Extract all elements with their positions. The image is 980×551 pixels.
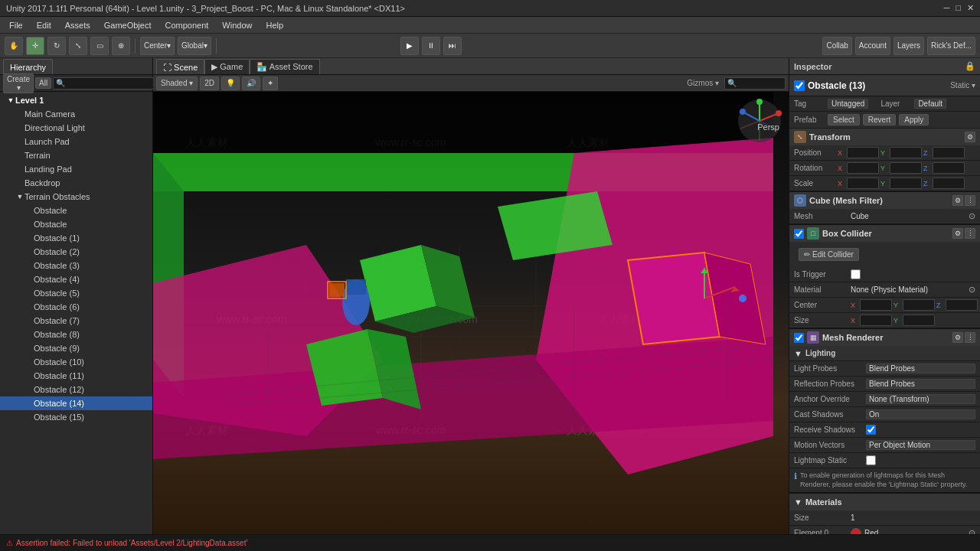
hier-directional-light[interactable]: Directional Light [0,121,152,135]
center-x[interactable]: 0 [860,299,892,311]
close-btn[interactable]: ✕ [967,3,974,13]
menu-edit[interactable]: Edit [31,19,57,31]
transform-header[interactable]: ⤡ Transform ⚙ [789,129,980,145]
2d-btn[interactable]: 2D [200,77,219,90]
viewport[interactable]: Shaded ▾ 2D 💡 🔊 ✦ Gizmos ▾ 人人素材 www.rr-s… [153,75,789,534]
play-btn[interactable]: ▶ [400,37,419,55]
coll-mat-picker[interactable]: ⊙ [969,285,975,295]
hier-obstacle-11[interactable]: Obstacle (11) [0,369,152,383]
tool-rect[interactable]: ▭ [90,37,109,55]
pause-btn[interactable]: ⏸ [422,37,440,55]
hier-obstacle-6[interactable]: Obstacle (6) [0,300,152,314]
pos-z[interactable]: 2.1.9 [933,147,965,158]
recv-shadows-check[interactable] [866,425,876,435]
collider-enabled-check[interactable] [794,229,804,239]
mat-picker-icon[interactable]: ⊙ [969,528,975,534]
lighting-section[interactable]: ▼ Lighting [789,346,980,361]
mr-expand-btn[interactable]: ⋮ [965,332,975,343]
mesh-picker-icon[interactable]: ⊙ [969,211,975,221]
mesh-filter-header[interactable]: ⬡ Cube (Mesh Filter) ⚙ ⋮ [789,192,980,209]
scale-z[interactable]: 62.293 [933,178,965,189]
prefab-apply-btn[interactable]: Apply [899,114,929,126]
hier-terrain[interactable]: Terrain [0,148,152,162]
hier-obstacle-12[interactable]: Obstacle (12) [0,383,152,396]
center-z[interactable]: 0 [946,299,978,311]
scale-y[interactable]: 23.529 [890,178,922,189]
mr-settings-btn[interactable]: ⚙ [952,332,963,343]
hierarchy-tab[interactable]: Hierarchy [3,59,53,74]
audio-btn[interactable]: 🔊 [242,77,260,90]
mr-enabled-check[interactable] [794,333,804,343]
static-label[interactable]: Static ▾ [950,81,975,90]
layers-btn[interactable]: Layers [893,37,924,55]
hier-backdrop[interactable]: Backdrop [0,176,152,190]
hier-obstacle-1[interactable]: Obstacle (1) [0,231,152,245]
menu-assets[interactable]: Assets [59,19,96,31]
light-probes-val[interactable]: Blend Probes [866,364,975,373]
tab-scene[interactable]: ⛶ Scene [156,59,204,74]
hier-obstacle-1a[interactable]: Obstacle [0,217,152,231]
hier-obstacle-15[interactable]: Obstacle (15) [0,410,152,424]
hier-obstacle-8[interactable]: Obstacle (8) [0,328,152,341]
hier-scene-root[interactable]: ▼Level 1 [0,93,152,107]
effects-btn[interactable]: ✦ [263,77,278,90]
pos-y[interactable]: 9.8 [890,147,922,158]
step-btn[interactable]: ⏭ [443,37,462,55]
hier-landing-pad[interactable]: Landing Pad [0,162,152,176]
minimize-btn[interactable]: ─ [944,3,950,13]
mf-settings-btn[interactable]: ⚙ [952,195,963,206]
maximize-btn[interactable]: □ [956,3,961,13]
hier-obstacle-4[interactable]: Obstacle (4) [0,272,152,286]
lighting-btn[interactable]: 💡 [221,77,240,90]
tool-scale[interactable]: ⤡ [69,37,87,55]
bc-expand-btn[interactable]: ⋮ [965,228,975,239]
anchor-val[interactable]: None (Transform) [866,394,975,404]
menu-window[interactable]: Window [216,19,258,31]
menu-component[interactable]: Component [158,19,214,31]
layout-btn[interactable]: Rick's Def... [927,37,975,55]
mat-swatch[interactable] [851,528,861,534]
hier-obstacle-5[interactable]: Obstacle (5) [0,286,152,300]
tab-asset-store[interactable]: 🏪 Asset Store [250,59,319,74]
bc-settings-btn[interactable]: ⚙ [952,228,963,239]
hier-obstacle-3[interactable]: Obstacle (3) [0,259,152,272]
scene-gizmo[interactable] [737,98,782,144]
center-y[interactable]: 0 [903,299,935,311]
tool-multi[interactable]: ⊕ [112,37,130,55]
menu-file[interactable]: File [3,19,29,31]
pivot-btn[interactable]: Center ▾ [140,37,175,55]
layer-value[interactable]: Default [914,99,946,109]
prefab-select-btn[interactable]: Select [828,114,860,126]
scene-3d-view[interactable]: 人人素材 www.rr-sc.com 人人素材 www.rr-sc.com ww… [153,92,789,534]
tag-value[interactable]: Untagged [828,99,868,109]
rot-z[interactable]: -128.1 [933,162,965,174]
hier-obstacle-0[interactable]: Obstacle [0,204,152,217]
hier-obstacle-14[interactable]: Obstacle (14) [0,396,152,410]
hier-obstacle-9[interactable]: Obstacle (9) [0,341,152,355]
box-collider-header[interactable]: □ Box Collider ⚙ ⋮ [789,225,980,242]
size-y[interactable]: 1 [903,315,935,326]
tab-game[interactable]: ▶ Game [204,59,250,74]
hier-obstacle-7[interactable]: Obstacle (7) [0,314,152,328]
menu-help[interactable]: Help [260,19,289,31]
shading-mode-btn[interactable]: Shaded ▾ [156,77,198,90]
menu-gameobject[interactable]: GameObject [98,19,158,31]
inspector-lock-icon[interactable]: 🔒 [965,61,975,71]
tool-rotate[interactable]: ↻ [47,37,66,55]
hier-obstacle-2[interactable]: Obstacle (2) [0,245,152,259]
motion-val[interactable]: Per Object Motion [866,440,975,450]
materials-header[interactable]: ▼ Materials [789,494,980,510]
tool-move[interactable]: ✛ [26,37,44,55]
mf-expand-btn[interactable]: ⋮ [965,195,975,206]
cast-val[interactable]: On [866,409,975,419]
hier-terrain-obstacles[interactable]: ▼Terrain Obstacles [0,190,152,204]
rot-y[interactable]: -142.61 [890,162,922,174]
edit-collider-btn[interactable]: ✏ Edit Collider [799,248,859,261]
hier-launch-pad[interactable]: Launch Pad [0,135,152,148]
hier-main-camera[interactable]: Main Camera [0,107,152,121]
prefab-revert-btn[interactable]: Revert [863,114,896,126]
lightmap-check[interactable] [866,455,876,465]
tool-hand[interactable]: ✋ [5,37,23,55]
all-btn[interactable]: All [35,77,51,89]
scene-search[interactable] [724,77,786,90]
